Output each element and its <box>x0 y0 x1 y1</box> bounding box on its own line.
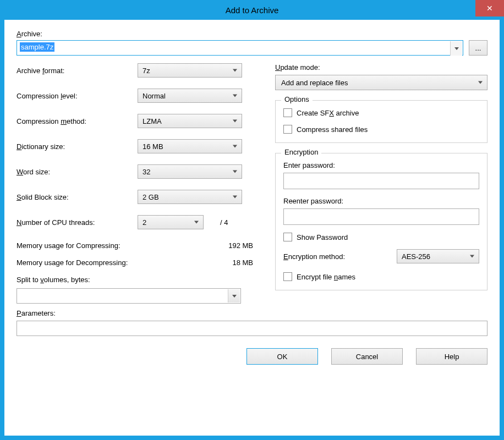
show-password-label: Show Password <box>297 233 348 241</box>
reenter-password-input[interactable] <box>283 208 479 225</box>
dialog-window: Add to Archive ✕ Archive: sample.7z ... … <box>0 0 504 440</box>
block-value: 2 GB <box>143 193 159 201</box>
encryption-group: Encryption Enter password: Reenter passw… <box>275 153 487 290</box>
sfx-checkbox[interactable] <box>283 108 292 117</box>
reenter-password-label: Reenter password: <box>283 197 479 205</box>
chevron-down-icon <box>470 255 474 258</box>
help-button[interactable]: Help <box>416 348 487 365</box>
chevron-down-icon <box>233 120 237 123</box>
level-value: Normal <box>143 92 166 100</box>
level-combo[interactable]: Normal <box>138 89 242 103</box>
shared-label: Compress shared files <box>297 125 368 134</box>
chevron-down-icon <box>233 95 237 97</box>
threads-label: Number of CPU threads: <box>17 218 138 227</box>
archive-row: Archive: sample.7z ... <box>17 30 487 56</box>
mem-decompress-value: 18 MB <box>232 258 253 267</box>
enc-method-combo[interactable]: AES-256 <box>397 249 479 263</box>
show-password-checkbox[interactable] <box>283 233 292 241</box>
level-label: Compression level: <box>17 92 138 100</box>
enc-method-label: Encryption method: <box>283 252 345 261</box>
chevron-down-icon <box>233 145 237 148</box>
archive-path-value: sample.7z <box>20 42 54 52</box>
ok-button[interactable]: OK <box>246 348 318 365</box>
format-combo[interactable]: 7z <box>138 63 242 78</box>
method-combo[interactable]: LZMA <box>138 114 242 128</box>
window-title: Add to Archive <box>0 6 504 15</box>
dict-combo[interactable]: 16 MB <box>138 139 242 153</box>
dict-value: 16 MB <box>143 142 163 151</box>
close-button[interactable]: ✕ <box>475 0 504 16</box>
options-title: Options <box>281 95 313 103</box>
threads-value: 2 <box>143 218 146 227</box>
cancel-button[interactable]: Cancel <box>331 348 403 365</box>
parameters-label: Parameters: <box>17 309 487 317</box>
content-area: Archive: sample.7z ... Archive format: 7… <box>4 20 500 436</box>
chevron-down-icon <box>233 196 237 199</box>
archive-path-combo[interactable]: sample.7z <box>17 40 463 56</box>
archive-label: Archive: <box>17 30 487 38</box>
update-combo[interactable]: Add and replace files <box>275 75 487 90</box>
format-value: 7z <box>143 67 150 75</box>
threads-combo[interactable]: 2 <box>138 215 204 229</box>
block-combo[interactable]: 2 GB <box>138 190 242 204</box>
split-label: Split to volumes, bytes: <box>17 276 253 284</box>
parameters-input[interactable] <box>17 321 487 336</box>
dict-label: Dictionary size: <box>17 142 138 151</box>
chevron-down-icon <box>478 81 483 84</box>
threads-total: / 4 <box>220 218 228 227</box>
encrypt-names-checkbox[interactable] <box>283 272 292 281</box>
word-label: Word size: <box>17 168 138 176</box>
close-icon: ✕ <box>486 4 493 13</box>
update-value: Add and replace files <box>281 79 348 87</box>
update-label: Update mode: <box>275 63 487 72</box>
block-label: Solid Block size: <box>17 193 138 201</box>
mem-decompress-label: Memory usage for Decompressing: <box>17 258 128 267</box>
chevron-down-icon <box>233 69 237 72</box>
enc-method-value: AES-256 <box>402 252 430 261</box>
encryption-title: Encryption <box>281 148 321 156</box>
options-group: Options Create SFX archive Compress shar… <box>275 100 487 143</box>
word-value: 32 <box>143 168 150 176</box>
format-label: Archive format: <box>17 67 138 75</box>
browse-button[interactable]: ... <box>469 40 487 56</box>
method-value: LZMA <box>143 117 162 125</box>
sfx-label: Create SFX archive <box>297 109 359 117</box>
shared-checkbox[interactable] <box>283 125 292 134</box>
word-combo[interactable]: 32 <box>138 164 242 179</box>
chevron-down-icon <box>454 47 459 50</box>
mem-compress-value: 192 MB <box>228 241 253 250</box>
encrypt-names-label: Encrypt file names <box>297 273 355 281</box>
password-input[interactable] <box>283 173 479 189</box>
titlebar: Add to Archive ✕ <box>0 0 504 20</box>
chevron-down-icon <box>194 221 199 224</box>
method-label: Compression method: <box>17 117 138 125</box>
chevron-down-icon <box>232 295 237 298</box>
mem-compress-label: Memory usage for Compressing: <box>17 241 120 250</box>
archive-path-dropdown[interactable] <box>450 41 462 56</box>
split-dropdown[interactable] <box>228 289 240 302</box>
enter-password-label: Enter password: <box>283 161 479 169</box>
chevron-down-icon <box>233 170 237 173</box>
split-combo[interactable] <box>17 288 241 304</box>
